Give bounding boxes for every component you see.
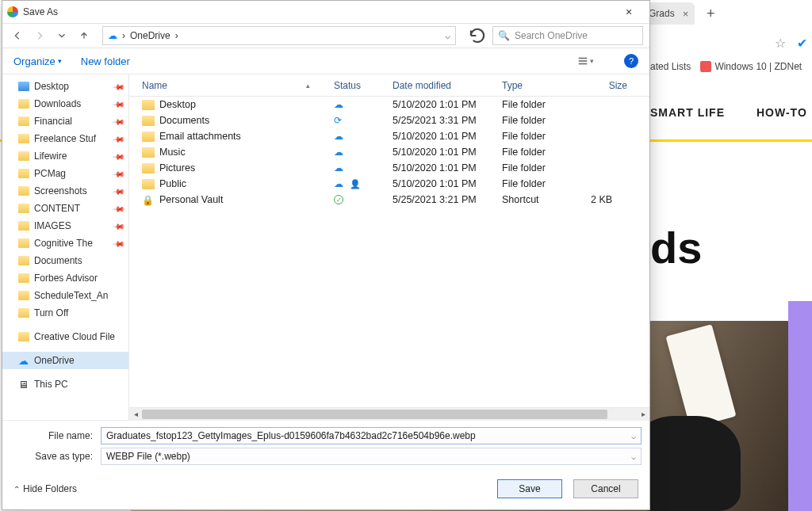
folder-icon — [142, 132, 155, 142]
file-type: Shortcut — [497, 194, 586, 205]
navigation-tree[interactable]: Desktop📌Downloads📌Financial📌Freelance St… — [2, 74, 129, 420]
tree-node[interactable]: Lifewire📌 — [2, 147, 128, 165]
file-row[interactable]: Desktop☁5/10/2020 1:01 PMFile folder — [129, 97, 649, 112]
refresh-button[interactable] — [467, 26, 488, 45]
hide-folders-toggle[interactable]: ⌃ Hide Folders — [13, 483, 77, 494]
tree-node-label: This PC — [34, 379, 68, 390]
tree-node[interactable]: Screenshots📌 — [2, 182, 128, 200]
scroll-left-button[interactable]: ◂ — [129, 408, 142, 421]
pin-icon: 📌 — [113, 132, 125, 145]
recent-locations-dropdown[interactable] — [53, 27, 71, 44]
new-folder-button[interactable]: New folder — [81, 55, 130, 67]
bookmark-item[interactable]: ated Lists — [650, 61, 691, 72]
file-list[interactable]: Desktop☁5/10/2020 1:01 PMFile folderDocu… — [129, 97, 649, 407]
svg-rect-1 — [579, 60, 588, 62]
search-box[interactable]: 🔍 Search OneDrive — [492, 26, 643, 45]
folder-icon — [142, 116, 155, 126]
folder-icon — [18, 169, 29, 178]
tree-node-label: Documents — [34, 255, 82, 266]
breadcrumb-segment[interactable]: OneDrive — [130, 30, 170, 41]
column-header-name[interactable]: Name▴ — [137, 80, 329, 91]
pin-icon: 📌 — [113, 150, 125, 162]
file-row[interactable]: Music☁5/10/2020 1:01 PMFile folder — [129, 144, 649, 160]
breadcrumb-history-dropdown[interactable]: ⌵ — [445, 30, 450, 41]
file-row[interactable]: Public☁👤5/10/2020 1:01 PMFile folder — [129, 176, 649, 192]
pin-icon: 📌 — [113, 237, 125, 250]
column-header-type[interactable]: Type — [497, 80, 586, 91]
tree-node[interactable]: Financial📌 — [2, 112, 128, 130]
close-tab-icon[interactable]: × — [683, 8, 689, 20]
new-tab-button[interactable]: + — [701, 4, 720, 23]
tree-node[interactable]: Forbes Advisor — [2, 269, 128, 287]
search-icon: 🔍 — [498, 30, 510, 41]
horizontal-scrollbar[interactable]: ◂ ▸ — [129, 407, 649, 420]
view-options-button[interactable]: ▾ — [577, 55, 594, 67]
folder-icon — [18, 238, 29, 248]
tree-node[interactable]: CONTENT📌 — [2, 200, 128, 217]
column-header-status[interactable]: Status — [329, 80, 388, 91]
up-button[interactable] — [75, 27, 93, 44]
bookmark-star-icon[interactable]: ☆ — [775, 36, 786, 51]
filename-value: Graduates_fstop123_GettyImages_Eplus-d01… — [106, 430, 476, 441]
file-row[interactable]: Documents⟳5/25/2021 3:31 PMFile folder — [129, 112, 649, 128]
file-row[interactable]: Personal Vault✓5/25/2021 3:21 PMShortcut… — [129, 192, 649, 208]
filename-history-dropdown[interactable]: ⌵ — [631, 432, 636, 440]
tree-node-label: Freelance Stuf — [34, 133, 96, 144]
bookmark-label: ated Lists — [650, 61, 691, 72]
column-header-size[interactable]: Size — [586, 80, 642, 91]
tree-node[interactable]: Downloads📌 — [2, 95, 128, 112]
scroll-right-button[interactable]: ▸ — [637, 408, 649, 421]
nav-link-howto[interactable]: HOW-TO — [756, 106, 807, 130]
tree-node-label: Lifewire — [34, 151, 67, 162]
extension-icon[interactable]: ✔ — [797, 36, 807, 51]
file-date: 5/10/2020 1:01 PM — [388, 147, 497, 158]
organize-menu[interactable]: Organize ▾ — [13, 55, 62, 67]
file-size: 2 KB — [586, 194, 642, 205]
folder-icon — [142, 147, 155, 158]
tree-node[interactable]: ScheduleText_An — [2, 287, 128, 304]
tree-node[interactable]: IMAGES📌 — [2, 217, 128, 235]
file-row[interactable]: Pictures☁5/10/2020 1:01 PMFile folder — [129, 160, 649, 176]
tree-node[interactable]: Freelance Stuf📌 — [2, 130, 128, 147]
folder-icon — [18, 134, 29, 143]
filename-panel: File name: Graduates_fstop123_GettyImage… — [2, 420, 649, 471]
scroll-track[interactable] — [142, 408, 637, 421]
tree-node[interactable]: Creative Cloud File — [2, 328, 128, 345]
back-button[interactable] — [9, 27, 26, 44]
close-button[interactable]: × — [613, 6, 645, 18]
tree-node[interactable]: Cognitive The📌 — [2, 235, 128, 252]
file-row[interactable]: Email attachments☁5/10/2020 1:01 PMFile … — [129, 128, 649, 144]
bookmark-item[interactable]: Windows 10 | ZDNet — [700, 61, 802, 72]
tree-node-label: Forbes Advisor — [34, 273, 98, 284]
tree-node-label: OneDrive — [34, 355, 75, 366]
tree-node[interactable]: OneDrive — [2, 352, 128, 369]
address-breadcrumb[interactable]: ☁ › OneDrive › ⌵ — [102, 26, 456, 45]
tree-node[interactable]: Turn Off — [2, 304, 128, 322]
save-as-type-dropdown[interactable]: WEBP File (*.webp) ⌵ — [101, 448, 642, 465]
scroll-thumb[interactable] — [142, 410, 607, 419]
file-type: File folder — [497, 147, 586, 158]
save-as-type-label: Save as type: — [7, 451, 96, 462]
save-button[interactable]: Save — [497, 479, 562, 498]
pin-icon: 📌 — [113, 80, 125, 93]
tree-node[interactable]: This PC — [2, 376, 128, 393]
dialog-footer: ⌃ Hide Folders Save Cancel — [2, 471, 649, 509]
tree-node[interactable]: PCMag📌 — [2, 165, 128, 182]
pin-icon: 📌 — [113, 167, 125, 180]
help-button[interactable]: ? — [624, 54, 638, 68]
shared-icon: 👤 — [350, 179, 361, 189]
tree-node[interactable]: Desktop📌 — [2, 78, 128, 95]
nav-link-smartlife[interactable]: SMART LIFE — [650, 106, 725, 130]
folder-icon — [142, 179, 155, 189]
filename-input[interactable]: Graduates_fstop123_GettyImages_Eplus-d01… — [101, 427, 642, 444]
cancel-button[interactable]: Cancel — [573, 479, 638, 498]
tree-node-label: IMAGES — [34, 220, 71, 231]
tree-node[interactable]: Documents — [2, 252, 128, 269]
bookmark-favicon — [700, 61, 711, 72]
vault-icon — [142, 195, 155, 205]
forward-button[interactable] — [31, 27, 48, 44]
column-header-date[interactable]: Date modified — [388, 80, 497, 91]
folder-icon — [18, 221, 29, 231]
breadcrumb-chevron: › — [122, 30, 125, 41]
file-date: 5/25/2021 3:31 PM — [388, 115, 497, 126]
